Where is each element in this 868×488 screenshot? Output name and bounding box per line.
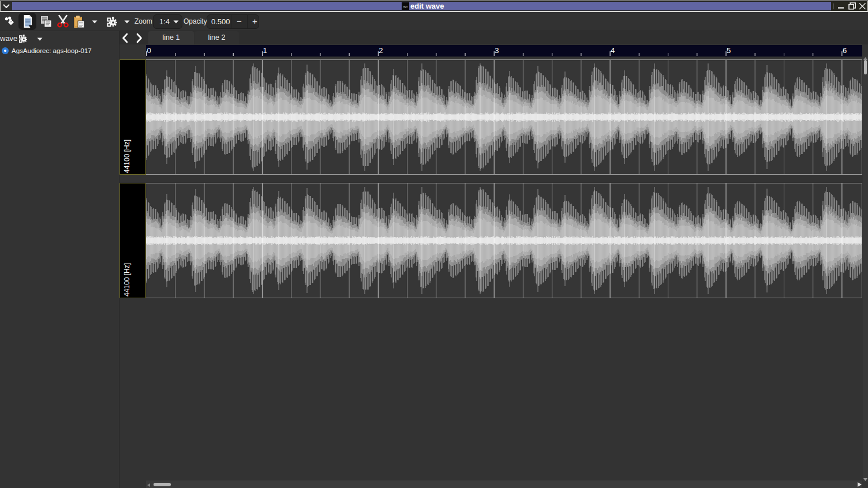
svg-text:2: 2 xyxy=(379,46,383,55)
svg-text:0: 0 xyxy=(147,46,151,55)
svg-text:5: 5 xyxy=(727,46,731,55)
svg-text:3: 3 xyxy=(495,46,499,55)
svg-text:4: 4 xyxy=(611,46,615,55)
svg-text:1: 1 xyxy=(263,46,267,55)
svg-text:6: 6 xyxy=(843,46,847,55)
